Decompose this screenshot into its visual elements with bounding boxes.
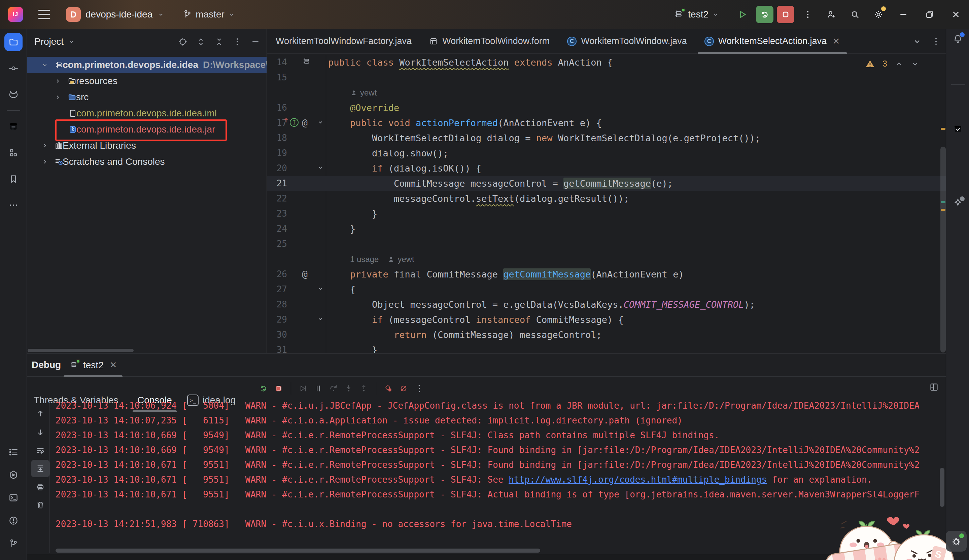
code-line[interactable]: 26@ private final CommitMessage getCommi…	[267, 267, 946, 282]
code-line[interactable]: 25	[267, 236, 946, 252]
annotation-gutter-icon[interactable]: @	[302, 117, 308, 128]
clear-button[interactable]	[34, 498, 47, 512]
close-tab-icon[interactable]: ✕	[832, 36, 840, 47]
tree-item[interactable]: com.primeton.devops.ide.idea.iml	[27, 105, 266, 121]
sidebar-item-structure[interactable]	[0, 140, 27, 166]
sidebar-item-ai-assistant[interactable]	[946, 198, 969, 208]
resume-button[interactable]	[299, 384, 308, 393]
tree-item[interactable]: External Libraries	[27, 138, 266, 154]
print-button[interactable]	[34, 480, 47, 494]
log-line[interactable]	[54, 502, 919, 517]
fold-chevron-icon[interactable]	[317, 118, 324, 126]
debug-panel-title[interactable]: Debug	[32, 359, 61, 370]
code-line[interactable]: 15	[267, 70, 946, 85]
mute-breakpoints-button[interactable]	[399, 384, 408, 393]
soft-wrap-button[interactable]	[34, 444, 47, 457]
tree-item[interactable]: com.primeton.devops.ide.idea.jar	[27, 121, 266, 138]
stop-button[interactable]	[274, 384, 283, 393]
locate-file-icon[interactable]	[178, 37, 188, 47]
code-line[interactable]: 31 }	[267, 342, 946, 353]
sidebar-item-commit[interactable]	[0, 55, 27, 81]
up-button[interactable]	[34, 407, 47, 420]
code-area[interactable]: 14public class WorkItemSelectAction exte…	[267, 55, 946, 353]
code-with-me-button[interactable]	[822, 6, 840, 23]
restore-button[interactable]	[916, 0, 943, 29]
code-line[interactable]: 24 }	[267, 221, 946, 236]
code-line[interactable]: 21 CommitMessage messageControl = getCom…	[267, 176, 946, 191]
step-over-button[interactable]	[329, 384, 338, 393]
log-line[interactable]: 2023-10-13 14:10:07,235 [ 6115] WARN - #…	[54, 413, 919, 428]
editor-vertical-scrollbar[interactable]	[941, 147, 946, 352]
tab-options-icon[interactable]	[931, 37, 941, 47]
main-menu-button[interactable]	[37, 8, 52, 21]
code-line[interactable]: 19 dialog.show();	[267, 146, 946, 161]
search-everywhere-button[interactable]	[846, 6, 864, 23]
chevron-right-icon[interactable]	[54, 93, 61, 101]
close-button[interactable]	[943, 0, 969, 29]
sidebar-item-bookmarks[interactable]	[0, 166, 27, 192]
next-warning-icon[interactable]	[911, 60, 919, 68]
scroll-to-end-button[interactable]	[34, 462, 47, 475]
chevron-right-icon[interactable]	[54, 77, 61, 85]
log-line[interactable]: 2023-10-13 14:10:06,924 [ 5804] WARN - #…	[54, 398, 919, 413]
pause-button[interactable]	[314, 384, 323, 393]
plugin-gutter-icon[interactable]	[302, 57, 311, 66]
console-vertical-scrollbar[interactable]	[940, 468, 944, 507]
tree-item[interactable]: Scratches and Consoles	[27, 154, 266, 170]
code-line[interactable]: 28 Object messageControl = e.getData(Vcs…	[267, 297, 946, 312]
console-output[interactable]: 2023-10-13 14:10:06,924 [ 5804] WARN - #…	[54, 398, 919, 546]
layout-settings-icon[interactable]	[929, 382, 939, 392]
collapse-all-icon[interactable]	[214, 37, 224, 47]
code-line[interactable]: 30 return (CommitMessage) messageControl…	[267, 327, 946, 342]
editor-tab-active[interactable]: CWorkItemSelectAction.java✕	[696, 29, 849, 54]
warning-stripe-mark[interactable]	[941, 128, 946, 130]
more-options-icon[interactable]	[232, 37, 242, 47]
chevron-right-icon[interactable]	[41, 158, 48, 166]
annotation-gutter-icon[interactable]: @	[302, 269, 308, 280]
debug-session-tab[interactable]: test2 ✕	[62, 354, 124, 377]
floating-debug-button[interactable]	[946, 531, 967, 552]
tree-item[interactable]: src	[27, 89, 266, 105]
log-line[interactable]: 2023-10-13 14:10:10,671 [ 9551] WARN - #…	[54, 487, 919, 502]
sidebar-item-build-tool[interactable]	[946, 124, 969, 134]
console-horizontal-scrollbar[interactable]	[55, 548, 540, 553]
code-line[interactable]: 23 }	[267, 206, 946, 221]
log-hyperlink[interactable]: http://www.slf4j.org/codes.html#multiple…	[509, 475, 767, 485]
editor-tab[interactable]: CWorkitemToolWindow.java	[558, 29, 696, 54]
tab-list-chevron-icon[interactable]	[912, 37, 922, 47]
code-line[interactable]: 27 {	[267, 282, 946, 297]
code-line[interactable]: 16 @Override	[267, 100, 946, 115]
step-out-button[interactable]	[360, 384, 368, 393]
hide-panel-icon[interactable]	[250, 37, 260, 47]
run-button[interactable]	[734, 6, 751, 23]
code-line[interactable]: 22 messageControl.setText(dialog.getResu…	[267, 191, 946, 206]
fold-chevron-icon[interactable]	[317, 315, 324, 322]
sidebar-item-project[interactable]	[0, 29, 27, 55]
sidebar-item-todo[interactable]	[8, 447, 18, 457]
sidebar-item-more-tools[interactable]	[0, 192, 27, 218]
close-session-icon[interactable]: ✕	[110, 360, 117, 370]
fold-chevron-icon[interactable]	[317, 164, 324, 171]
sidebar-item-notifications[interactable]	[946, 34, 969, 44]
stop-button[interactable]	[777, 6, 794, 23]
warning-stripe-mark[interactable]	[941, 209, 946, 211]
more-actions-button[interactable]	[799, 6, 816, 23]
code-line[interactable]: 20 if (dialog.isOK()) {	[267, 161, 946, 176]
previous-warning-icon[interactable]	[895, 60, 903, 68]
step-into-button[interactable]	[344, 384, 353, 393]
chevron-down-icon[interactable]	[41, 61, 48, 69]
tree-item[interactable]: resources	[27, 73, 266, 89]
expand-all-icon[interactable]	[196, 37, 206, 47]
log-line[interactable]: 2023-10-13 14:10:10,671 [ 9551] WARN - #…	[54, 472, 919, 487]
chevron-down-icon[interactable]	[68, 38, 75, 45]
code-vision-hint[interactable]: 1 usageyewt	[267, 252, 946, 267]
sidebar-item-terminal[interactable]	[8, 493, 18, 503]
tree-item[interactable]: com.primeton.devops.ide.ideaD:\Workspace…	[27, 57, 266, 73]
sidebar-item-gitlab[interactable]	[0, 81, 27, 108]
code-line[interactable]: 17I@ public void actionPerformed(AnActio…	[267, 115, 946, 131]
more-v-button[interactable]	[414, 384, 425, 394]
editor-tab[interactable]: WorkitemToolWindow.form	[420, 29, 558, 54]
minimize-button[interactable]	[890, 0, 916, 29]
log-line[interactable]: 2023-10-13 14:10:10,669 [ 9549] WARN - #…	[54, 443, 919, 457]
fold-chevron-icon[interactable]	[317, 285, 324, 292]
